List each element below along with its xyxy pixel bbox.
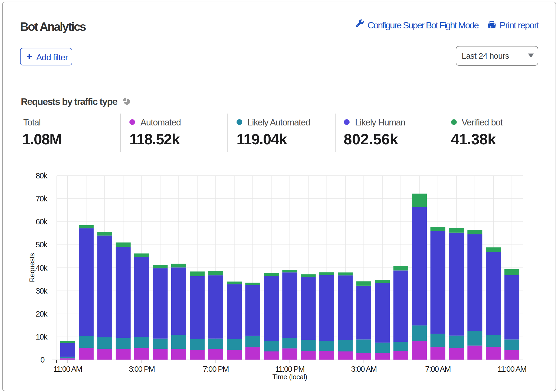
svg-text:Requests: Requests [28, 253, 36, 282]
svg-text:70k: 70k [36, 194, 48, 203]
svg-text:0: 0 [40, 356, 44, 364]
svg-text:3:00 PM: 3:00 PM [129, 365, 155, 373]
svg-text:11:00 AM: 11:00 AM [53, 365, 82, 373]
svg-text:50k: 50k [36, 240, 48, 249]
svg-text:3:00 AM: 3:00 AM [351, 365, 376, 373]
svg-text:10k: 10k [36, 333, 48, 341]
svg-text:7:00 AM: 7:00 AM [425, 365, 451, 373]
svg-text:20k: 20k [36, 310, 48, 318]
svg-text:7:00 PM: 7:00 PM [203, 365, 228, 373]
svg-text:80k: 80k [36, 171, 48, 180]
svg-text:30k: 30k [36, 287, 48, 295]
svg-text:11:00 PM: 11:00 PM [275, 365, 304, 373]
svg-text:40k: 40k [36, 264, 48, 272]
svg-text:11:00 AM: 11:00 AM [498, 365, 526, 373]
svg-text:Time (local): Time (local) [272, 373, 307, 381]
svg-text:60k: 60k [36, 217, 48, 226]
